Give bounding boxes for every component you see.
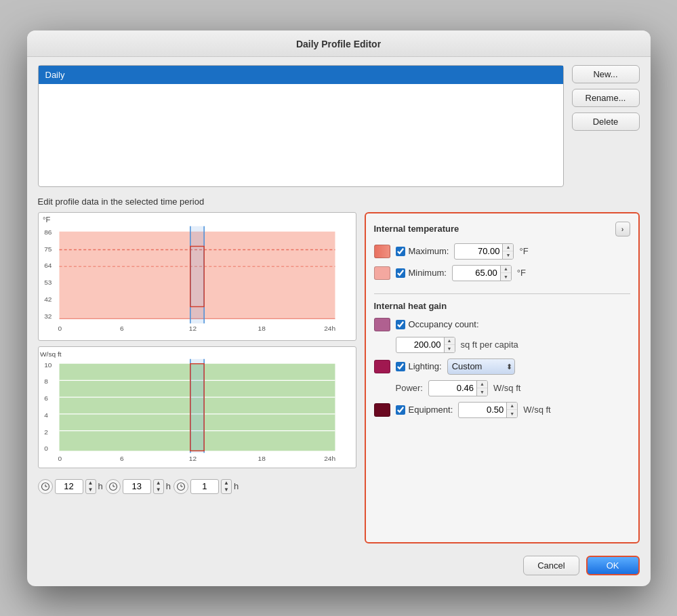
equipment-input[interactable] <box>459 405 506 415</box>
minimum-input-group[interactable]: ▲ ▼ <box>452 265 512 281</box>
svg-text:24h: 24h <box>324 325 335 332</box>
clock-icon-start <box>38 479 53 494</box>
lighting-checkbox[interactable] <box>396 362 405 371</box>
lighting-select-wrapper[interactable]: Custom <box>447 358 515 375</box>
maximum-stepper-up[interactable]: ▲ <box>503 244 513 252</box>
svg-text:6: 6 <box>120 455 124 462</box>
maximum-stepper-down[interactable]: ▼ <box>503 251 513 259</box>
minimum-stepper-down[interactable]: ▼ <box>501 273 511 281</box>
heat-gain-chart-svg: W/sq ft 10 8 6 4 2 0 <box>39 347 356 468</box>
maximum-unit: °F <box>519 246 528 256</box>
svg-text:42: 42 <box>44 295 52 302</box>
maximum-color-swatch <box>374 245 390 258</box>
svg-rect-34 <box>190 358 203 452</box>
occupancy-stepper[interactable]: ▲ ▼ <box>444 337 455 352</box>
power-input[interactable] <box>429 383 476 393</box>
ok-button[interactable]: OK <box>586 556 640 575</box>
equipment-stepper[interactable]: ▲ ▼ <box>506 403 517 417</box>
maximum-input-group[interactable]: ▲ ▼ <box>454 243 514 260</box>
occupancy-checkbox-label[interactable]: Occupancy count: <box>396 319 479 329</box>
power-input-group[interactable]: ▲ ▼ <box>428 380 488 396</box>
power-stepper-down[interactable]: ▼ <box>477 388 487 396</box>
equipment-stepper-up[interactable]: ▲ <box>507 403 517 411</box>
svg-text:86: 86 <box>44 228 52 235</box>
equipment-checkbox[interactable] <box>396 405 405 415</box>
charts-section: °F 86 75 64 53 42 32 <box>38 212 356 543</box>
power-label: Power: <box>396 383 423 393</box>
svg-text:18: 18 <box>258 455 266 462</box>
occupancy-input[interactable] <box>396 340 444 350</box>
start-time-stepper[interactable]: ▲ ▼ <box>85 479 96 494</box>
power-stepper-up[interactable]: ▲ <box>477 381 487 389</box>
occupancy-checkbox[interactable] <box>396 320 405 329</box>
duration-time-input[interactable] <box>190 479 219 494</box>
svg-text:53: 53 <box>44 278 52 285</box>
svg-text:W/sq ft: W/sq ft <box>40 350 62 357</box>
lighting-dropdown[interactable]: Custom <box>447 358 515 375</box>
start-stepper-up[interactable]: ▲ <box>86 480 96 487</box>
maximum-checkbox[interactable] <box>396 247 405 256</box>
maximum-label: Maximum: <box>409 246 449 256</box>
internal-temperature-title: Internal temperature <box>374 224 459 234</box>
minimum-stepper[interactable]: ▲ ▼ <box>500 266 511 281</box>
end-stepper-down[interactable]: ▼ <box>154 487 163 493</box>
duration-time-stepper[interactable]: ▲ ▼ <box>221 479 232 494</box>
svg-text:2: 2 <box>44 428 48 435</box>
power-row: Power: ▲ ▼ W/sq ft <box>374 380 630 396</box>
minimum-checkbox-label[interactable]: Minimum: <box>396 268 447 278</box>
equipment-stepper-down[interactable]: ▼ <box>507 410 517 417</box>
top-section: Daily New... Rename... Delete <box>38 65 640 187</box>
end-time-unit: h <box>166 481 171 491</box>
internal-temperature-section: Internal temperature › <box>374 222 630 237</box>
delete-button[interactable]: Delete <box>572 112 640 131</box>
minimum-input[interactable] <box>453 268 500 278</box>
start-time-input[interactable] <box>55 479 83 494</box>
time-control-start: ▲ ▼ h <box>38 479 103 494</box>
duration-time-unit: h <box>234 481 239 491</box>
end-stepper-up[interactable]: ▲ <box>154 480 163 487</box>
maximum-input[interactable] <box>455 246 502 256</box>
end-time-stepper[interactable]: ▲ ▼ <box>153 479 164 494</box>
svg-text:10: 10 <box>44 361 52 368</box>
internal-temperature-expand-button[interactable]: › <box>615 222 630 237</box>
occupancy-stepper-down[interactable]: ▼ <box>445 345 455 352</box>
equipment-color-swatch <box>374 403 390 417</box>
duration-stepper-up[interactable]: ▲ <box>222 480 231 487</box>
minimum-checkbox[interactable] <box>396 268 405 278</box>
rename-button[interactable]: Rename... <box>572 89 640 107</box>
power-stepper[interactable]: ▲ ▼ <box>476 381 487 396</box>
occupancy-input-group[interactable]: ▲ ▼ <box>396 337 455 353</box>
lighting-checkbox-label[interactable]: Lighting: <box>396 361 442 371</box>
maximum-stepper[interactable]: ▲ ▼ <box>502 244 513 259</box>
end-time-input[interactable] <box>123 479 151 494</box>
cancel-button[interactable]: Cancel <box>523 556 579 575</box>
svg-text:6: 6 <box>120 325 124 332</box>
svg-text:0: 0 <box>58 325 62 332</box>
minimum-stepper-up[interactable]: ▲ <box>501 266 511 274</box>
maximum-checkbox-label[interactable]: Maximum: <box>396 246 449 256</box>
heat-gain-chart[interactable]: W/sq ft 10 8 6 4 2 0 <box>38 346 356 468</box>
svg-text:8: 8 <box>44 377 48 385</box>
svg-text:12: 12 <box>188 455 197 462</box>
duration-stepper-down[interactable]: ▼ <box>222 487 231 493</box>
svg-text:°F: °F <box>43 215 51 223</box>
equipment-checkbox-label[interactable]: Equipment: <box>396 405 453 415</box>
equipment-input-group[interactable]: ▲ ▼ <box>458 402 518 418</box>
profile-item-daily[interactable]: Daily <box>39 66 563 84</box>
svg-text:6: 6 <box>44 394 48 402</box>
maximum-row: Maximum: ▲ ▼ °F <box>374 243 630 260</box>
svg-rect-13 <box>190 226 203 323</box>
occupancy-stepper-up[interactable]: ▲ <box>445 337 455 346</box>
profile-list[interactable]: Daily <box>38 65 564 187</box>
time-control-end: ▲ ▼ h <box>106 479 171 494</box>
svg-text:18: 18 <box>258 325 266 332</box>
dialog-title: Daily Profile Editor <box>27 30 651 57</box>
occupancy-value-row: ▲ ▼ sq ft per capita <box>374 337 630 353</box>
temperature-chart[interactable]: °F 86 75 64 53 42 32 <box>38 212 356 341</box>
clock-icon-duration <box>173 479 188 494</box>
new-button[interactable]: New... <box>572 65 640 83</box>
svg-text:75: 75 <box>44 245 52 253</box>
start-stepper-down[interactable]: ▼ <box>86 487 96 493</box>
edit-label: Edit profile data in the selected time p… <box>38 197 640 207</box>
clock-icon-end <box>106 479 121 494</box>
